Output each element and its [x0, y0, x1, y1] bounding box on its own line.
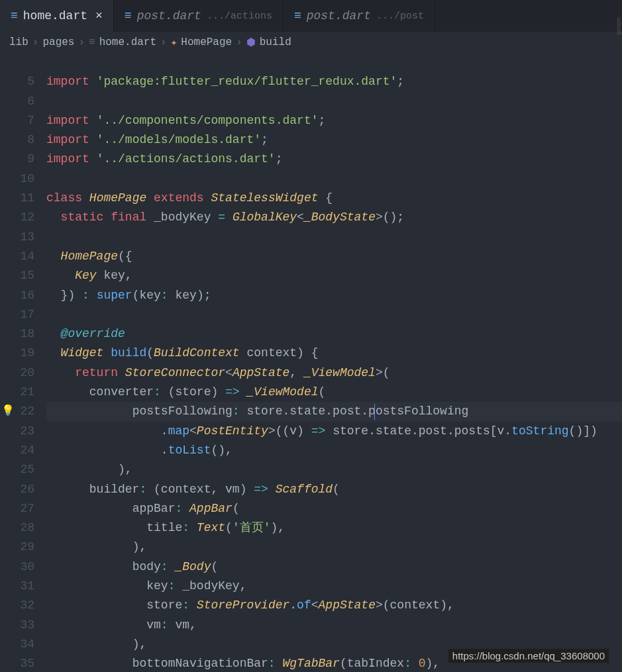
file-icon: ≡ — [125, 9, 132, 23]
code-line: import '../components/components.dart'; — [46, 111, 622, 130]
tab-label: post.dart — [137, 9, 201, 23]
line-number: 19 — [0, 344, 34, 363]
code-line: Key key, — [46, 266, 622, 285]
close-icon[interactable]: × — [95, 9, 103, 23]
code-line — [46, 92, 622, 111]
code-line: ), — [46, 538, 622, 557]
code-line: }) : super(key: key); — [46, 286, 622, 305]
code-line: title: Text('首页'), — [46, 518, 622, 538]
code-line: Widget build(BuildContext context) { — [46, 344, 622, 363]
code-line: import '../actions/actions.dart'; — [46, 150, 622, 169]
tab-bar: ≡ home.dart × ≡ post.dart .../actions ≡ … — [0, 0, 622, 32]
lightbulb-icon[interactable]: 💡 — [1, 402, 15, 421]
line-number: 8 — [0, 130, 34, 150]
code-line: 💡 postsFollowing: store.state.post.posts… — [46, 402, 622, 421]
line-number: 30 — [0, 557, 34, 577]
editor[interactable]: 5 6 7 8 9 10 11 12 13 14 15 16 17 18 19 … — [0, 53, 622, 672]
line-number: 17 — [0, 305, 34, 324]
code-line — [46, 228, 622, 247]
breadcrumb-item[interactable]: lib — [9, 36, 28, 48]
tab-path: .../actions — [207, 11, 272, 22]
file-icon: ≡ — [89, 36, 95, 48]
code-line: converter: (store) => _ViewModel( — [46, 383, 622, 402]
line-number: 27 — [0, 499, 34, 518]
code-line: import '../models/models.dart'; — [46, 130, 622, 150]
line-number: 24 — [0, 441, 34, 460]
code-line: vm: vm, — [46, 616, 622, 635]
tab-label: home.dart — [23, 9, 87, 23]
tab-post-post[interactable]: ≡ post.dart .../post — [284, 0, 435, 32]
url-tooltip: https://blog.csdn.net/qq_33608000 — [448, 649, 609, 663]
line-number: 15 — [0, 266, 34, 285]
watermark: b — [615, 13, 622, 41]
line-number: 23 — [0, 422, 34, 441]
method-icon: ⬢ — [246, 36, 256, 49]
code-line — [46, 169, 622, 189]
line-number: 29 — [0, 538, 34, 557]
chevron-right-icon: › — [32, 36, 39, 48]
code-line — [46, 305, 622, 324]
line-number: 32 — [0, 596, 34, 615]
line-number: 6 — [0, 92, 34, 111]
chevron-right-icon: › — [236, 36, 242, 48]
code-line: @override — [46, 324, 622, 344]
tab-home-dart[interactable]: ≡ home.dart × — [0, 0, 114, 32]
code-line: ), — [46, 460, 622, 479]
line-number: 16 — [0, 286, 34, 305]
code-line: body: _Body( — [46, 557, 622, 577]
code-line: .map<PostEntity>((v) => store.state.post… — [46, 422, 622, 441]
line-number: 28 — [0, 518, 34, 538]
chevron-right-icon: › — [160, 36, 167, 48]
breadcrumb[interactable]: lib › pages › ≡ home.dart › ✦ HomePage ›… — [0, 32, 622, 53]
code-line — [46, 53, 622, 72]
code-line: builder: (context, vm) => Scaffold( — [46, 480, 622, 499]
breadcrumb-item[interactable]: pages — [42, 36, 74, 48]
class-icon: ✦ — [171, 36, 178, 49]
line-number: 5 — [0, 72, 34, 91]
line-number: 31 — [0, 577, 34, 596]
breadcrumb-item[interactable]: home.dart — [99, 36, 156, 48]
line-number — [0, 53, 34, 72]
breadcrumb-item[interactable]: build — [260, 36, 291, 48]
line-number: 21 — [0, 383, 34, 402]
code-area[interactable]: import 'package:flutter_redux/flutter_re… — [46, 53, 622, 672]
line-number: 9 — [0, 150, 34, 169]
line-number: 33 — [0, 616, 34, 635]
code-line: HomePage({ — [46, 247, 622, 266]
code-line: static final _bodyKey = GlobalKey<_BodyS… — [46, 208, 622, 227]
tab-label: post.dart — [307, 9, 371, 23]
line-number: 20 — [0, 363, 34, 383]
chevron-right-icon: › — [78, 36, 85, 48]
line-number: 13 — [0, 228, 34, 247]
breadcrumb-item[interactable]: HomePage — [181, 36, 232, 48]
code-line: store: StoreProvider.of<AppState>(contex… — [46, 596, 622, 615]
line-number: 26 — [0, 480, 34, 499]
line-number: 25 — [0, 460, 34, 479]
line-number: 10 — [0, 169, 34, 189]
code-line: class HomePage extends StatelessWidget { — [46, 189, 622, 208]
file-icon: ≡ — [11, 9, 18, 23]
line-number: 12 — [0, 208, 34, 227]
line-number: 35 — [0, 654, 34, 672]
line-number: 11 — [0, 189, 34, 208]
code-line: import 'package:flutter_redux/flutter_re… — [46, 72, 622, 91]
line-number: 14 — [0, 247, 34, 266]
code-line: key: _bodyKey, — [46, 577, 622, 596]
text-cursor — [374, 404, 375, 420]
line-number: 18 — [0, 324, 34, 344]
tab-post-actions[interactable]: ≡ post.dart .../actions — [114, 0, 284, 32]
file-icon: ≡ — [294, 9, 301, 23]
line-number: 7 — [0, 111, 34, 130]
line-number: 34 — [0, 635, 34, 654]
line-gutter: 5 6 7 8 9 10 11 12 13 14 15 16 17 18 19 … — [0, 53, 46, 672]
code-line: appBar: AppBar( — [46, 499, 622, 518]
code-line: .toList(), — [46, 441, 622, 460]
code-line: return StoreConnector<AppState, _ViewMod… — [46, 363, 622, 383]
tab-path: .../post — [376, 11, 424, 22]
